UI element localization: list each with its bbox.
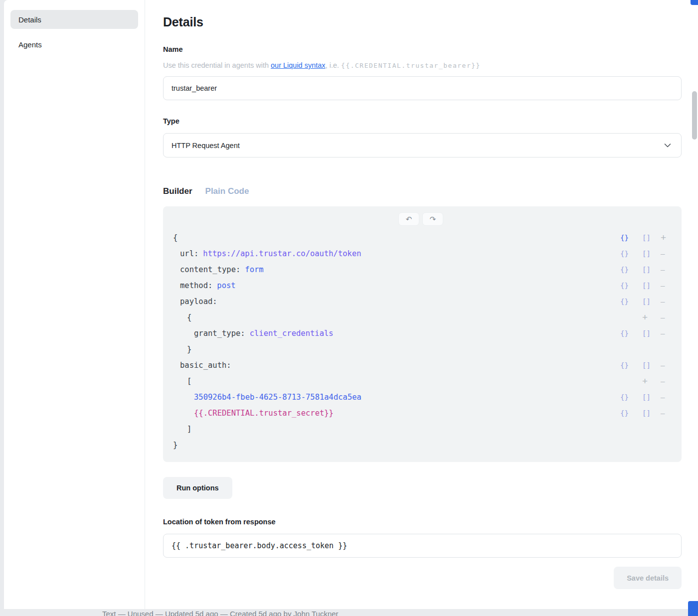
remove-row-button[interactable]: — (661, 409, 674, 417)
main-panel: Details Name Use this credential in agen… (145, 0, 698, 609)
remove-row-button[interactable]: — (661, 361, 674, 369)
add-row-button[interactable]: + (642, 376, 661, 387)
undo-redo-bar: ↶ ↷ (168, 212, 674, 226)
wrap-object-button[interactable]: {} (620, 409, 642, 417)
wrap-array-button[interactable]: [] (642, 250, 661, 258)
name-input[interactable] (163, 76, 682, 100)
save-row: Save details (163, 567, 682, 589)
wrap-array-button[interactable]: [] (642, 282, 661, 290)
remove-row-button[interactable]: — (661, 313, 674, 321)
wrap-object-button[interactable]: {} (620, 234, 642, 242)
undo-button[interactable]: ↶ (398, 212, 419, 226)
builder-row: basic_auth:{}[]— (168, 357, 674, 373)
chevron-down-icon (664, 143, 671, 148)
builder-row: [+— (168, 373, 674, 389)
wrap-array-button[interactable]: [] (642, 298, 661, 306)
add-row-button[interactable]: + (642, 312, 661, 323)
scrollbar-thumb[interactable] (692, 91, 697, 140)
tab-builder[interactable]: Builder (163, 186, 192, 196)
builder-rows: {{}[]+url:https://api.trustar.co/oauth/t… (168, 230, 674, 453)
code-key[interactable]: method: (180, 281, 212, 290)
wrap-object-button[interactable]: {} (620, 266, 642, 274)
type-select[interactable]: HTTP Request Agent (163, 133, 682, 157)
wrap-array-button[interactable]: [] (642, 234, 661, 242)
builder-row: {{.CREDENTIAL.trustar_secret}}{}[]— (168, 405, 674, 421)
wrap-object-button[interactable]: {} (620, 298, 642, 306)
code-key[interactable]: basic_auth: (180, 361, 231, 370)
sidebar-item-agents[interactable]: Agents (10, 35, 138, 54)
code-key[interactable]: payload: (180, 297, 217, 306)
wrap-array-button[interactable]: [] (642, 409, 661, 417)
sidebar-item-label: Details (18, 15, 41, 24)
builder-row: } (168, 437, 674, 453)
code-value[interactable]: form (245, 265, 263, 274)
remove-row-button[interactable]: — (661, 393, 674, 401)
sidebar-item-label: Agents (18, 40, 42, 49)
redo-button[interactable]: ↷ (422, 212, 443, 226)
builder-row: {+— (168, 309, 674, 325)
tab-plain-code[interactable]: Plain Code (205, 186, 249, 196)
wrap-array-button[interactable]: [] (642, 361, 661, 369)
builder-row: content_type:form{}[]— (168, 262, 674, 278)
builder-row: 350926b4-fbeb-4625-8713-7581a4dca5ea{}[]… (168, 389, 674, 405)
code-key[interactable]: content_type: (180, 265, 240, 274)
remove-row-button[interactable]: — (661, 298, 674, 306)
sidebar-item-details[interactable]: Details (10, 10, 138, 29)
remove-row-button[interactable]: — (661, 329, 674, 337)
type-label: Type (163, 117, 682, 125)
builder-tabs: BuilderPlain Code (163, 186, 682, 196)
builder-panel: ↶ ↷ {{}[]+url:https://api.trustar.co/oau… (163, 206, 682, 462)
token-location-label: Location of token from response (163, 518, 682, 526)
help-prefix: Use this credential in agents with (163, 61, 271, 69)
code-key[interactable]: url: (180, 249, 198, 258)
add-row-button[interactable]: + (661, 232, 674, 243)
wrap-object-button[interactable]: {} (620, 393, 642, 401)
builder-row: grant_type:client_credentials{}[]— (168, 325, 674, 341)
credential-details-form: Details Name Use this credential in agen… (145, 0, 698, 609)
remove-row-button[interactable]: — (661, 377, 674, 385)
code-value[interactable]: post (217, 281, 235, 290)
code-value[interactable]: https://api.trustar.co/oauth/token (203, 249, 361, 258)
name-label: Name (163, 45, 682, 53)
wrap-object-button[interactable]: {} (620, 282, 642, 290)
sidebar: DetailsAgents (4, 0, 145, 609)
code-key[interactable]: grant_type: (194, 329, 245, 338)
window-edge-fragment-top (691, 0, 698, 5)
wrap-object-button[interactable]: {} (620, 250, 642, 258)
footer-meta: Text — Unused — Updated 5d ago — Created… (102, 610, 339, 616)
remove-row-button[interactable]: — (661, 250, 674, 258)
redo-icon: ↷ (430, 215, 436, 224)
type-select-value: HTTP Request Agent (172, 142, 240, 150)
help-mid: , i.e. (326, 61, 341, 69)
wrap-array-button[interactable]: [] (642, 329, 661, 337)
token-location-input[interactable] (163, 534, 682, 558)
code-value[interactable]: 350926b4-fbeb-4625-8713-7581a4dca5ea (194, 393, 361, 402)
code-value[interactable]: client_credentials (250, 329, 334, 338)
code-value[interactable]: {{.CREDENTIAL.trustar_secret}} (194, 409, 334, 418)
page-title: Details (163, 15, 682, 29)
builder-row: {{}[]+ (168, 230, 674, 246)
code-bracket: { (187, 313, 191, 322)
wrap-object-button[interactable]: {} (620, 361, 642, 369)
builder-row: } (168, 341, 674, 357)
code-bracket: [ (187, 377, 191, 386)
builder-row: payload:{}[]— (168, 294, 674, 309)
run-options-button[interactable]: Run options (163, 477, 232, 499)
undo-icon: ↶ (406, 215, 412, 224)
sidebar-nav: DetailsAgents (10, 10, 138, 54)
remove-row-button[interactable]: — (661, 282, 674, 290)
window-edge-fragment-bottom (688, 601, 698, 616)
wrap-array-button[interactable]: [] (642, 393, 661, 401)
wrap-object-button[interactable]: {} (620, 329, 642, 337)
save-details-button[interactable]: Save details (614, 567, 682, 589)
builder-row: method:post{}[]— (168, 278, 674, 294)
code-bracket: } (187, 345, 191, 354)
wrap-array-button[interactable]: [] (642, 266, 661, 274)
footer-strip: Text — Unused — Updated 5d ago — Created… (0, 609, 698, 616)
remove-row-button[interactable]: — (661, 266, 674, 274)
builder-row: ] (168, 421, 674, 437)
code-bracket: { (173, 233, 177, 242)
liquid-syntax-link[interactable]: our Liquid syntax (271, 61, 326, 69)
name-help-text: Use this credential in agents with our L… (163, 61, 682, 69)
help-credential-example: {{.CREDENTIAL.trustar_bearer}} (341, 62, 481, 69)
